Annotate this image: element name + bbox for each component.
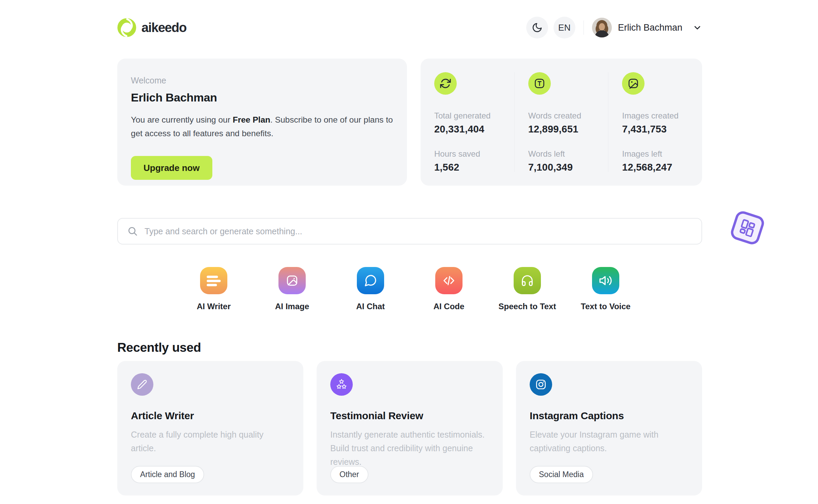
image-icon	[278, 267, 306, 294]
instagram-icon	[530, 373, 552, 396]
stat-words-created: Words created 12,899,651	[528, 111, 608, 135]
recent-card-testimonial-review[interactable]: Testimonial Review Instantly generate au…	[317, 361, 503, 495]
chevron-down-icon	[693, 23, 702, 32]
header-divider	[584, 20, 584, 35]
tool-speech-to-text[interactable]: Speech to Text	[498, 267, 556, 311]
plan-description: You are currently using our Free Plan. S…	[131, 113, 393, 140]
dashboard-grid-icon	[729, 209, 766, 246]
plan-text-prefix: You are currently using our	[131, 115, 233, 124]
tool-label: AI Writer	[197, 302, 231, 311]
stat-column-images: Images created 7,431,753 Images left 12,…	[608, 72, 702, 172]
stars-icon	[330, 373, 353, 396]
stat-label: Hours saved	[434, 149, 514, 159]
chat-bubble-icon	[357, 267, 384, 294]
stat-value: 1,562	[434, 162, 514, 173]
tool-ai-writer[interactable]: AI Writer	[185, 267, 243, 311]
user-menu[interactable]: Erlich Bachman	[592, 18, 702, 37]
tool-label: Speech to Text	[499, 302, 556, 311]
welcome-card: Welcome Erlich Bachman You are currently…	[117, 59, 407, 186]
search-input[interactable]	[144, 226, 692, 237]
sync-icon	[434, 72, 457, 95]
tool-label: AI Chat	[356, 302, 385, 311]
stat-label: Words created	[528, 111, 608, 121]
code-icon	[435, 267, 463, 294]
tool-label: Text to Voice	[581, 302, 631, 311]
search-icon	[127, 226, 138, 236]
stat-label: Total generated	[434, 111, 514, 121]
recent-card-title: Article Writer	[131, 410, 290, 422]
stat-value: 12,899,651	[528, 124, 608, 135]
recently-used-heading: Recently used	[117, 341, 702, 355]
tool-ai-chat[interactable]: AI Chat	[342, 267, 399, 311]
welcome-eyebrow: Welcome	[131, 76, 393, 85]
category-tag: Social Media	[530, 466, 593, 483]
avatar	[592, 18, 612, 37]
recent-card-description: Create a fully complete high quality art…	[131, 428, 290, 455]
plan-name: Free Plan	[233, 115, 270, 124]
image-icon	[622, 72, 645, 95]
welcome-user-name: Erlich Bachman	[131, 91, 393, 104]
category-tag: Other	[330, 466, 368, 483]
stat-value: 20,331,404	[434, 124, 514, 135]
upgrade-button[interactable]: Upgrade now	[131, 156, 212, 180]
tool-ai-image[interactable]: AI Image	[263, 267, 321, 311]
hero-row: Welcome Erlich Bachman You are currently…	[117, 59, 702, 186]
stat-column-generated: Total generated 20,331,404 Hours saved 1…	[421, 72, 514, 172]
stat-value: 7,431,753	[622, 124, 702, 135]
stat-images-created: Images created 7,431,753	[622, 111, 702, 135]
brand-name: aikeedo	[141, 20, 186, 35]
recent-card-instagram-captions[interactable]: Instagram Captions Elevate your Instagra…	[516, 361, 702, 495]
stat-label: Images created	[622, 111, 702, 121]
text-t-icon	[528, 72, 551, 95]
stat-images-left: Images left 12,568,247	[622, 149, 702, 173]
dark-mode-button[interactable]	[526, 17, 548, 38]
stat-value: 7,100,349	[528, 162, 608, 173]
recently-used-grid: Article Writer Create a fully complete h…	[117, 361, 702, 495]
recent-card-description: Elevate your Instagram game with captiva…	[530, 428, 688, 455]
speaker-icon	[592, 267, 619, 294]
moon-icon	[532, 22, 543, 33]
category-tag: Article and Blog	[131, 466, 204, 483]
tools-row: AI Writer AI Image AI Chat	[117, 267, 702, 311]
stat-label: Images left	[622, 149, 702, 159]
stat-hours-saved: Hours saved 1,562	[434, 149, 514, 173]
brand-logo[interactable]: aikeedo	[117, 18, 186, 37]
language-label: EN	[558, 22, 571, 33]
pencil-icon	[131, 373, 153, 396]
stat-value: 12,568,247	[622, 162, 702, 173]
recent-card-article-writer[interactable]: Article Writer Create a fully complete h…	[117, 361, 303, 495]
swirl-logo-icon	[117, 18, 136, 37]
user-name: Erlich Bachman	[618, 22, 682, 33]
tool-ai-code[interactable]: AI Code	[420, 267, 478, 311]
search-bar	[117, 218, 702, 245]
stats-card: Total generated 20,331,404 Hours saved 1…	[421, 59, 702, 186]
language-button[interactable]: EN	[554, 17, 575, 38]
recent-card-description: Instantly generate authentic testimonial…	[330, 428, 489, 469]
tool-text-to-voice[interactable]: Text to Voice	[577, 267, 635, 311]
header: aikeedo EN	[117, 16, 702, 39]
stat-label: Words left	[528, 149, 608, 159]
tool-label: AI Code	[434, 302, 465, 311]
header-actions: EN Erlich Bachman	[526, 17, 702, 38]
stat-column-words: Words created 12,899,651 Words left 7,10…	[514, 72, 608, 172]
text-lines-icon	[200, 267, 227, 294]
recent-card-title: Instagram Captions	[530, 410, 688, 422]
stat-total-generated: Total generated 20,331,404	[434, 111, 514, 135]
recent-card-title: Testimonial Review	[330, 410, 489, 422]
stat-words-left: Words left 7,100,349	[528, 149, 608, 173]
tool-label: AI Image	[275, 302, 309, 311]
headphones-icon	[514, 267, 541, 294]
